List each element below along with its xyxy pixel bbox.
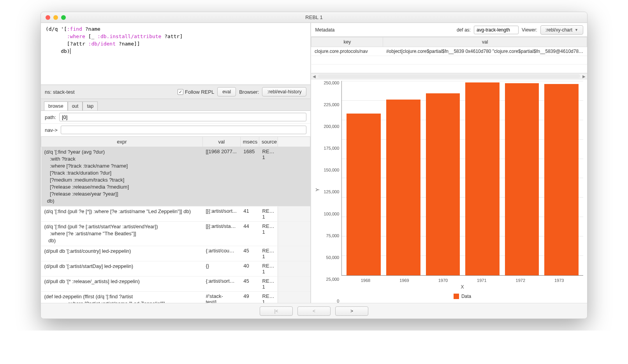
table-row[interactable]: (def led-zeppelin (ffirst (d/q '[:find ?… <box>41 292 310 303</box>
titlebar: REBL 1 <box>41 12 587 23</box>
nav-first-button[interactable]: |< <box>260 306 293 316</box>
metadata-table[interactable]: key val clojure.core.protocols/nav#objec… <box>311 37 587 73</box>
maximize-icon[interactable] <box>61 15 66 20</box>
table-row[interactable]: (d/pull db '[* :release/_artists] led-ze… <box>41 276 310 292</box>
chart-bar <box>544 84 579 275</box>
table-row[interactable]: (d/q '[:find ?year (avg ?dur) :with ?tra… <box>41 147 310 206</box>
right-panel: Metadata def as: Viewer: :rebl/xy-chart … <box>311 23 587 303</box>
scroll-left-icon[interactable]: ◀ <box>311 74 317 79</box>
footer-nav: |< < > <box>41 303 587 318</box>
plot-box <box>341 81 583 276</box>
chart-bar <box>426 93 460 275</box>
viewer-label: Viewer: <box>522 27 537 33</box>
table-row[interactable]: clojure.core.protocols/nav#object[clojur… <box>311 47 587 56</box>
follow-repl-label: Follow REPL <box>185 89 214 95</box>
checkbox-icon: ✓ <box>178 89 183 95</box>
viewer-select-value: :rebl/xy-chart <box>545 27 572 33</box>
scrollbar-track[interactable] <box>318 74 580 78</box>
table-row[interactable]: (d/q '[:find (pull ?e [:artist/startYear… <box>41 222 310 246</box>
left-panel: (d/q '[:find ?name :where [_ :db.install… <box>41 23 311 303</box>
metadata-bar: Metadata def as: Viewer: :rebl/xy-chart … <box>311 23 587 37</box>
history-table[interactable]: exprvalmsecssource (d/q '[:find ?year (a… <box>41 136 310 303</box>
scrollbar-gutter <box>278 137 310 147</box>
col-expr: expr <box>41 137 203 147</box>
meta-col-key: key <box>311 37 383 47</box>
nav-input[interactable] <box>61 126 307 134</box>
x-tick: 1969 <box>385 278 424 283</box>
chevron-down-icon: ▼ <box>575 28 578 32</box>
tab-browse[interactable]: browse <box>44 102 68 110</box>
x-axis-label: X <box>341 284 583 290</box>
legend-label: Data <box>461 294 471 299</box>
path-input[interactable] <box>59 113 307 121</box>
tab-out[interactable]: out <box>68 102 83 110</box>
col-source: source <box>259 137 278 147</box>
browser-label: Browser: <box>239 89 259 95</box>
nav-label: nav-> <box>45 127 58 133</box>
x-tick: 1971 <box>463 278 501 283</box>
app-window: REBL 1 (d/q '[:find ?name :where [_ :db.… <box>40 12 588 319</box>
x-tick: 1970 <box>424 278 462 283</box>
nav-back-button[interactable]: < <box>297 306 331 316</box>
metadata-title: Metadata <box>315 27 334 33</box>
x-tick: 1972 <box>501 278 540 283</box>
window-title: REBL 1 <box>305 14 322 20</box>
chart-bar <box>465 82 500 275</box>
chart-bar <box>505 83 539 275</box>
browser-select[interactable]: :rebl/eval-history <box>262 87 306 96</box>
def-as-input[interactable] <box>474 26 519 34</box>
table-row[interactable]: (d/q '[:find (pull ?e [*]) :where [?e :a… <box>41 206 310 222</box>
x-tick: 1968 <box>346 278 385 283</box>
traffic-lights <box>46 15 66 20</box>
y-axis: 250,000225,000200,000175,000150,000125,0… <box>321 81 341 299</box>
tabs: browseouttap <box>41 99 310 111</box>
col-msecs: msecs <box>240 137 259 147</box>
table-row[interactable]: (d/pull db '[:artist/startDay] led-zeppe… <box>41 261 310 276</box>
minimize-icon[interactable] <box>53 15 58 20</box>
chart-bar <box>386 100 420 275</box>
table-row[interactable]: (d/pull db '[:artist/country] led-zeppel… <box>41 246 310 261</box>
ns-label: ns: stack-test <box>45 89 75 95</box>
browser-select-value: :rebl/eval-history <box>267 89 301 94</box>
y-axis-label: Y <box>315 188 320 191</box>
nav-forward-button[interactable]: > <box>335 306 368 316</box>
chart-bar <box>347 114 381 275</box>
close-icon[interactable] <box>46 15 50 20</box>
repl-toolbar: ns: stack-test ✓ Follow REPL eval Browse… <box>41 85 310 99</box>
scroll-right-icon[interactable]: ▶ <box>581 74 587 79</box>
legend-swatch <box>454 294 459 299</box>
code-editor[interactable]: (d/q '[:find ?name :where [_ :db.install… <box>41 23 310 85</box>
metadata-hscrollbar[interactable]: ◀ ▶ <box>311 73 587 79</box>
tab-tap[interactable]: tap <box>83 102 98 110</box>
col-val: val <box>202 137 240 147</box>
nav-row: nav-> <box>41 124 310 136</box>
x-tick: 1973 <box>540 278 579 283</box>
def-as-label: def as: <box>457 27 471 33</box>
x-axis: 196819691970197119721973 <box>341 276 583 283</box>
path-row: path: <box>41 111 310 124</box>
viewer-select[interactable]: :rebl/xy-chart ▼ <box>540 25 583 35</box>
follow-repl-checkbox[interactable]: ✓ Follow REPL <box>178 89 214 95</box>
meta-col-val: val <box>383 37 587 47</box>
chart-legend: Data <box>341 294 583 299</box>
chart-area: Y 250,000225,000200,000175,000150,000125… <box>311 79 587 303</box>
path-label: path: <box>45 114 56 120</box>
eval-button[interactable]: eval <box>217 87 236 96</box>
